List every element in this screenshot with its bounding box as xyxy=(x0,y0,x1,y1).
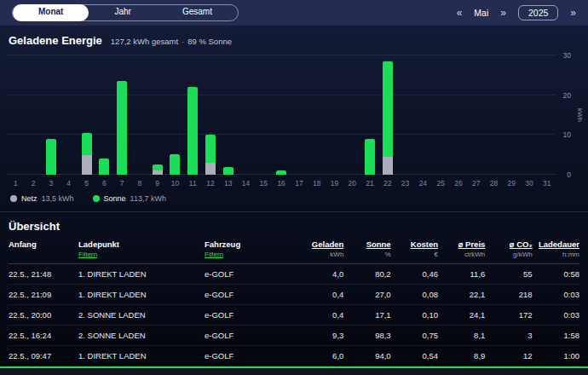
table-row[interactable]: 22.5., 16:242. SONNE LADENe-GOLF9,398,30… xyxy=(9,326,579,346)
table-cell: 17,1 xyxy=(343,310,390,320)
column-header-kosten[interactable]: Kosten€ xyxy=(391,239,438,258)
y-axis-unit-label: kWh xyxy=(576,108,584,122)
x-axis-day-label: 17 xyxy=(291,179,308,188)
table-cell: e-GOLF xyxy=(205,310,297,320)
column-header--preis[interactable]: ⌀ Preisct/kWh xyxy=(438,239,485,258)
table-cell: 1:58 xyxy=(533,331,579,340)
chart-legend: Netz 13,5 kWh Sonne 113,7 kWh xyxy=(10,194,578,203)
column-label: Sonne xyxy=(366,239,391,249)
column-header-geladen[interactable]: GeladenkWh xyxy=(297,239,343,258)
y-axis-tick-label: 30 xyxy=(563,51,571,60)
chart-bar-day-25[interactable] xyxy=(432,55,450,175)
x-axis-day-label: 28 xyxy=(485,179,503,188)
chart-day-labels: 1234567891011121314151617181920212223242… xyxy=(7,179,556,188)
chart-bar-day-24[interactable] xyxy=(414,55,432,175)
next-month-icon[interactable]: » xyxy=(500,8,506,18)
chart-bar-day-15[interactable] xyxy=(255,55,273,175)
table-cell: 0:03 xyxy=(533,310,579,320)
chart-bar-day-9[interactable] xyxy=(148,55,166,175)
chart-bar-day-12[interactable] xyxy=(202,55,220,175)
summary-separator: · xyxy=(182,37,184,46)
chart-bar-day-16[interactable] xyxy=(273,55,291,175)
chart-bar-day-11[interactable] xyxy=(184,55,202,175)
filter-link[interactable]: Filtern xyxy=(205,251,297,258)
chart-bar-day-2[interactable] xyxy=(25,55,43,175)
tab-gesamt[interactable]: Gesamt xyxy=(157,4,238,21)
netz-bar-segment xyxy=(153,170,163,175)
table-row[interactable]: 22.5., 20:002. SONNE LADENe-GOLF0,417,10… xyxy=(9,305,579,326)
next-year-icon[interactable]: » xyxy=(570,8,576,18)
energy-total: 127,2 kWh gesamt xyxy=(111,37,178,46)
x-axis-day-label: 21 xyxy=(361,179,379,188)
chart-bar-day-14[interactable] xyxy=(237,55,255,175)
x-axis-day-label: 16 xyxy=(273,179,291,188)
x-axis-day-label: 27 xyxy=(467,179,485,188)
prev-month-icon[interactable]: « xyxy=(457,8,463,18)
chart-bar-day-22[interactable] xyxy=(378,55,396,175)
table-cell: 1:00 xyxy=(533,351,579,361)
chart-bar-day-29[interactable] xyxy=(503,55,521,175)
table-cell: 22.5., 16:24 xyxy=(9,331,78,340)
table-cell: 2. SONNE LADEN xyxy=(78,331,205,340)
table-cell: 55 xyxy=(485,269,532,279)
chart-bar-day-8[interactable] xyxy=(130,55,148,175)
chart-bar-day-28[interactable] xyxy=(485,55,503,175)
chart-bar-day-10[interactable] xyxy=(166,55,184,175)
chart-bar-day-30[interactable] xyxy=(521,55,539,175)
table-cell: e-GOLF xyxy=(205,351,297,361)
table-row[interactable]: 22.5., 09:471. DIREKT LADENe-GOLF6,094,0… xyxy=(9,346,579,366)
column-unit: g/kWh xyxy=(513,251,533,258)
chart-bar-day-13[interactable] xyxy=(219,55,237,175)
chart-bar-day-23[interactable] xyxy=(396,55,414,175)
sonne-bar-segment xyxy=(187,87,198,175)
energy-summary: 127,2 kWh gesamt·89 % Sonne xyxy=(111,37,232,46)
table-cell: 8,1 xyxy=(438,331,485,340)
chart-bar-day-20[interactable] xyxy=(343,55,361,175)
column-header-sonne[interactable]: Sonne% xyxy=(343,239,390,258)
chart-bar-day-17[interactable] xyxy=(291,55,308,175)
chart-bar-day-5[interactable] xyxy=(78,55,95,175)
chart-bar-day-21[interactable] xyxy=(361,55,379,175)
chart-bar-day-1[interactable] xyxy=(7,55,25,175)
chart-bar-day-4[interactable] xyxy=(60,55,78,175)
column-label: Kosten xyxy=(411,239,438,249)
x-axis-day-label: 11 xyxy=(184,179,202,188)
table-row[interactable]: 22.5., 21:481. DIREKT LADENe-GOLF4,080,2… xyxy=(9,264,579,285)
filter-link[interactable]: Filtern xyxy=(78,251,205,258)
table-title: Übersicht xyxy=(0,212,588,238)
y-axis-tick-label: 0 xyxy=(567,170,571,179)
netz-legend-label: Netz xyxy=(21,194,37,203)
x-axis-day-label: 19 xyxy=(326,179,343,188)
table-cell: 0,10 xyxy=(391,310,438,320)
sonne-bar-segment xyxy=(170,154,180,175)
column-header--co-[interactable]: ⌀ CO₂g/kWh xyxy=(485,239,532,258)
netz-bar-segment xyxy=(82,155,92,175)
x-axis-day-label: 29 xyxy=(503,179,521,188)
column-header-fahrzeug: FahrzeugFiltern xyxy=(205,239,297,258)
sonne-legend-dot xyxy=(93,195,100,202)
tab-jahr[interactable]: Jahr xyxy=(89,4,156,21)
legend-item-sonne: Sonne 113,7 kWh xyxy=(93,194,166,203)
sonne-legend-value: 113,7 kWh xyxy=(130,194,166,203)
table-row[interactable]: 22.5., 21:091. DIREKT LADENe-GOLF0,427,0… xyxy=(9,285,579,305)
table-cell: 22,1 xyxy=(438,290,485,299)
chart-bar-day-31[interactable] xyxy=(538,55,556,175)
chart-bar-day-19[interactable] xyxy=(326,55,343,175)
year-selector[interactable]: 2025 xyxy=(518,5,558,20)
table-cell: 0,54 xyxy=(391,351,438,361)
table-body: 22.5., 21:481. DIREKT LADENe-GOLF4,080,2… xyxy=(9,264,579,366)
table-cell: 0,4 xyxy=(297,310,343,320)
energy-bar-chart: 1234567891011121314151617181920212223242… xyxy=(7,55,585,188)
chart-bar-day-18[interactable] xyxy=(308,55,326,175)
energy-sun-share: 89 % Sonne xyxy=(187,37,232,46)
chart-bar-day-6[interactable] xyxy=(95,55,113,175)
tab-monat[interactable]: Monat xyxy=(13,4,89,21)
x-axis-day-label: 6 xyxy=(95,179,113,188)
table-cell: 1. DIREKT LADEN xyxy=(78,269,205,279)
chart-bar-day-27[interactable] xyxy=(467,55,485,175)
chart-bar-day-7[interactable] xyxy=(113,55,131,175)
column-header-ladedauer[interactable]: Ladedauerh:mm xyxy=(533,239,579,258)
chart-bar-day-26[interactable] xyxy=(450,55,468,175)
chart-bar-day-3[interactable] xyxy=(43,55,61,175)
chart-bars xyxy=(7,55,556,175)
